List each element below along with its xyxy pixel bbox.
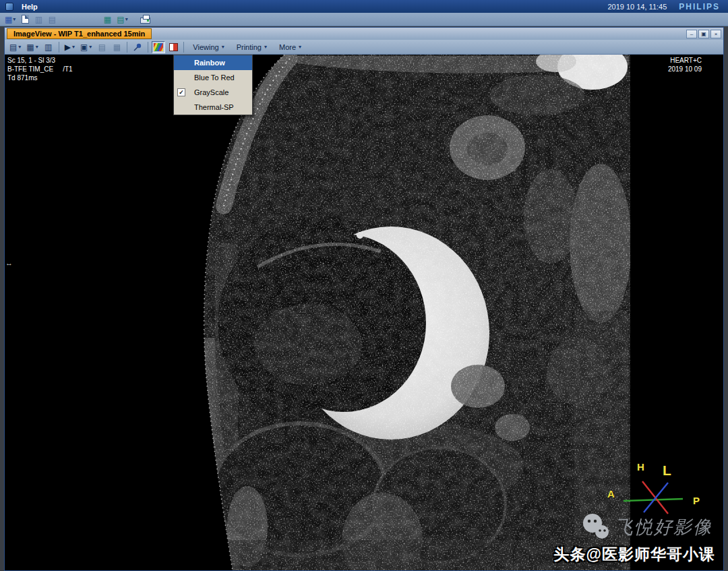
menu-item-label: GrayScale: [194, 88, 229, 96]
toolbar-separator: [127, 42, 127, 53]
compare-icon: ▣: [80, 42, 88, 52]
minimize-button[interactable]: –: [686, 30, 697, 38]
system-menubar: Help 2019 10 14, 11:45 PHILIPS: [0, 0, 728, 13]
desktop: Help 2019 10 14, 11:45 PHILIPS ▦ ▾ ▥ ▤ ▦…: [0, 0, 728, 571]
imageview-window: ImageView - WIP T1_enhanced 15min – ▣ × …: [4, 27, 724, 571]
menu-item-label: Thermal-SP: [194, 103, 234, 111]
watermark-brand-text: 飞悦好影像: [615, 515, 712, 539]
printing-menu-label: Printing: [237, 43, 262, 51]
print-button[interactable]: [138, 13, 152, 25]
document-stack-button[interactable]: ▥: [32, 13, 44, 25]
color-lut-button[interactable]: [152, 41, 165, 53]
folder-icon: ▤: [49, 16, 56, 24]
chevron-down-icon: ▾: [18, 44, 21, 50]
system-toolbar: ▦ ▾ ▥ ▤ ▦ ▤ ▾: [0, 13, 728, 26]
close-button[interactable]: ×: [710, 30, 721, 38]
chevron-down-icon: ▾: [89, 44, 92, 50]
window-toolbar: ▤ ▾ ▦ ▾ ▥ ▶ ▾ ▣ ▾ ▤ ▦: [5, 40, 723, 55]
image-layout-button[interactable]: ▦ ▾: [24, 41, 40, 53]
sequence-name: B-TFE TIM_CE: [7, 65, 53, 73]
compare-button[interactable]: ▣ ▾: [78, 41, 94, 53]
grid-icon: ▦: [113, 42, 121, 52]
color-lut-icon: [154, 43, 163, 51]
more-menu-label: More: [279, 43, 296, 51]
watermark-brand: 飞悦好影像: [580, 512, 712, 543]
image-overlay-left: Sc 15, 1 - Sl 3/3 B-TFE TIM_CE/T1 Td 871…: [7, 56, 73, 82]
checkbox-checked-icon: ✓: [177, 88, 185, 96]
menu-item-blue-to-red[interactable]: Blue To Red: [174, 70, 252, 85]
chevron-down-icon: ▾: [264, 44, 267, 50]
menu-item-thermal-sp[interactable]: Thermal-SP: [174, 100, 252, 115]
menu-item-label: Rainbow: [194, 59, 225, 67]
layout-stack-icon: ▦: [104, 16, 111, 24]
play-icon: ▶: [65, 42, 71, 52]
window-level-button[interactable]: [166, 41, 180, 53]
study-date: 2019 10 09: [668, 65, 702, 73]
menu-item-rainbow[interactable]: Rainbow: [174, 55, 252, 70]
viewing-menu-label: Viewing: [193, 43, 218, 51]
menu-item-grayscale[interactable]: ✓ GrayScale: [174, 85, 252, 100]
protocol-name: HEART+C: [668, 56, 702, 65]
document-stack-icon: ▥: [35, 16, 42, 24]
chevron-down-icon: ▾: [13, 16, 16, 22]
help-menu[interactable]: Help: [19, 3, 40, 11]
orientation-posterior-label: P: [693, 495, 700, 506]
frame-icon: ▦: [26, 42, 34, 52]
apps-grid-icon: ▦: [5, 16, 12, 24]
philips-logo: PHILIPS: [679, 2, 723, 11]
restore-button[interactable]: ▣: [698, 30, 709, 38]
toolbar-separator: [59, 42, 59, 53]
toolbar-separator: [148, 42, 148, 53]
td-info: Td 871ms: [7, 73, 73, 82]
window-level-icon: [169, 43, 178, 51]
cine-play-button[interactable]: ▶ ▾: [63, 41, 77, 53]
app-icon: [5, 3, 13, 11]
pin-button[interactable]: [131, 41, 144, 53]
mascot-icon: [580, 512, 611, 543]
stack-button[interactable]: ▤: [95, 41, 109, 53]
printing-menu[interactable]: Printing ▾: [231, 41, 272, 53]
frame2-icon: ▥: [44, 42, 52, 52]
folder-button[interactable]: ▤: [46, 13, 58, 25]
chevron-down-icon: ▾: [125, 16, 128, 22]
color-lut-menu: Rainbow Blue To Red ✓ GrayScale Thermal-…: [173, 55, 253, 115]
document-icon: [22, 15, 29, 24]
map-type: /T1: [63, 65, 72, 73]
grid-button[interactable]: ▦: [110, 41, 123, 53]
layout-rows-icon: ▤: [117, 16, 124, 24]
chevron-down-icon: ▾: [72, 44, 75, 50]
window-titlebar[interactable]: ImageView - WIP T1_enhanced 15min – ▣ ×: [5, 28, 723, 40]
watermark-byline: 头条@医影师华哥小课: [554, 544, 715, 565]
menu-item-label: Blue To Red: [194, 73, 235, 82]
scan-info: Sc 15, 1 - Sl 3/3: [7, 56, 73, 65]
printer-icon: [140, 18, 150, 24]
chevron-down-icon: ▾: [299, 44, 301, 50]
image-viewport[interactable]: Sc 15, 1 - Sl 3/3 B-TFE TIM_CE/T1 Td 871…: [5, 55, 723, 570]
window-title-tab[interactable]: ImageView - WIP T1_enhanced 15min: [7, 28, 152, 39]
system-datetime: 2019 10 14, 11:45: [607, 3, 667, 11]
chevron-down-icon: ▾: [36, 44, 38, 50]
resize-cursor-icon: ↔: [5, 259, 13, 268]
orientation-head-label: H: [637, 461, 644, 473]
stack-icon: ▤: [98, 42, 106, 52]
layout-rows-button[interactable]: ▤ ▾: [115, 13, 129, 25]
series-layout-button[interactable]: ▤ ▾: [7, 41, 23, 53]
orientation-anterior-label: A: [607, 488, 615, 500]
pushpin-icon: [133, 42, 142, 52]
chevron-down-icon: ▾: [222, 44, 224, 50]
frame-button[interactable]: ▥: [42, 41, 55, 53]
viewing-menu[interactable]: Viewing ▾: [187, 41, 229, 53]
layout-stack-button[interactable]: ▦: [101, 13, 113, 25]
image-overlay-right: HEART+C 2019 10 09: [668, 56, 702, 73]
orientation-left-label: L: [663, 462, 671, 479]
menubar-right: 2019 10 14, 11:45 PHILIPS: [607, 2, 723, 11]
sequence-info: B-TFE TIM_CE/T1: [7, 65, 73, 73]
apps-grid-button[interactable]: ▦ ▾: [3, 13, 18, 25]
window-controls: – ▣ ×: [686, 30, 723, 38]
toolbar-separator: [183, 42, 184, 53]
more-menu[interactable]: More ▾: [274, 41, 307, 53]
new-document-button[interactable]: [19, 13, 31, 25]
series-grid-icon: ▤: [9, 42, 17, 52]
